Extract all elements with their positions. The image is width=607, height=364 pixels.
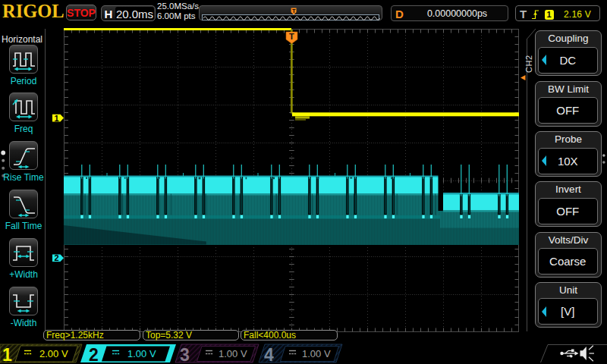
svg-text:T: T [292, 8, 296, 14]
svg-text:4: 4 [264, 345, 274, 364]
svg-text:1: 1 [2, 345, 12, 364]
svg-text:1: 1 [55, 114, 59, 123]
svg-text:2.00 V: 2.00 V [39, 348, 68, 359]
svg-text:T: T [289, 32, 294, 41]
svg-text:3: 3 [180, 345, 190, 364]
svg-text:1.00 V: 1.00 V [219, 348, 247, 359]
svg-text:1.00 V: 1.00 V [302, 348, 331, 359]
svg-text:1.00 V: 1.00 V [127, 348, 156, 359]
svg-text:2: 2 [89, 345, 99, 364]
svg-text:2: 2 [55, 253, 59, 262]
